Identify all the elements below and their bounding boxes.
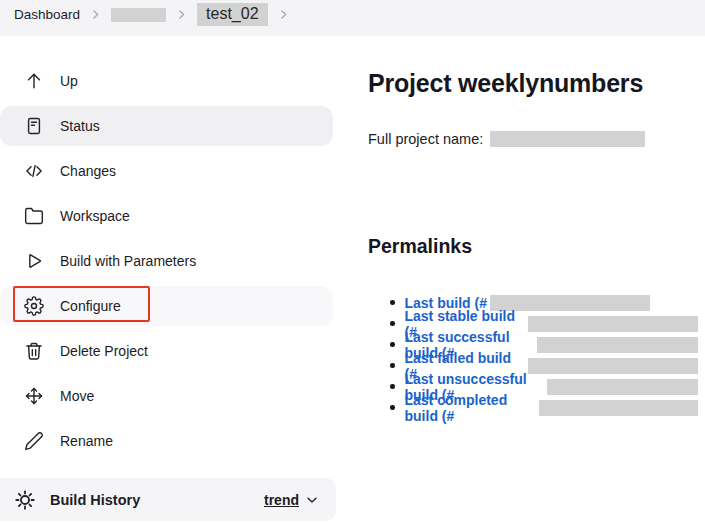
sidebar-item-workspace[interactable]: Workspace bbox=[0, 196, 333, 236]
folder-icon bbox=[24, 206, 44, 226]
sidebar-item-delete-project[interactable]: Delete Project bbox=[0, 331, 333, 371]
permalinks-heading: Permalinks bbox=[368, 235, 698, 258]
trash-icon bbox=[24, 341, 44, 361]
gear-icon bbox=[24, 296, 44, 316]
sidebar-item-label: Changes bbox=[60, 163, 116, 179]
sidebar-item-up[interactable]: Up bbox=[0, 61, 333, 101]
chevron-right-icon bbox=[277, 8, 290, 21]
sidebar-item-move[interactable]: Move bbox=[0, 376, 333, 416]
play-icon bbox=[24, 251, 44, 271]
main-content: Project weeklynumbers Full project name:… bbox=[368, 68, 698, 418]
build-history-icon bbox=[14, 489, 36, 511]
move-icon bbox=[24, 386, 44, 406]
build-history-bar: Build History trend bbox=[0, 478, 336, 521]
sidebar-item-label: Up bbox=[60, 73, 78, 89]
breadcrumb-item-dashboard[interactable]: Dashboard bbox=[14, 7, 80, 22]
permalink-last-completed-build[interactable]: Last completed build (# bbox=[405, 392, 699, 424]
trend-dropdown[interactable]: trend bbox=[264, 492, 320, 508]
sidebar-item-label: Configure bbox=[60, 298, 121, 314]
jenkins-project-page: Dashboard test_02 Up Status Changes Work… bbox=[0, 0, 705, 523]
sidebar-item-changes[interactable]: Changes bbox=[0, 151, 333, 191]
full-project-name-label: Full project name: bbox=[368, 131, 483, 147]
page-title: Project weeklynumbers bbox=[368, 68, 698, 98]
redacted-breadcrumb-item[interactable] bbox=[111, 8, 166, 22]
document-icon bbox=[24, 116, 44, 136]
breadcrumb-item-current-job[interactable]: test_02 bbox=[197, 3, 267, 26]
pencil-icon bbox=[24, 431, 44, 451]
list-item: Last completed build (# bbox=[390, 397, 698, 418]
sidebar: Up Status Changes Workspace Build with P… bbox=[0, 61, 333, 466]
sidebar-item-label: Build with Parameters bbox=[60, 253, 196, 269]
code-slash-icon bbox=[24, 161, 44, 181]
trend-dropdown-label: trend bbox=[264, 492, 299, 508]
sidebar-item-build-with-parameters[interactable]: Build with Parameters bbox=[0, 241, 333, 281]
sidebar-item-status[interactable]: Status bbox=[0, 106, 333, 146]
sidebar-item-rename[interactable]: Rename bbox=[0, 421, 333, 461]
sidebar-item-label: Status bbox=[60, 118, 100, 134]
arrow-up-icon bbox=[24, 71, 44, 91]
redacted-full-project-name bbox=[490, 131, 645, 147]
redacted-build-info bbox=[539, 400, 698, 416]
chevron-right-icon bbox=[89, 8, 102, 21]
build-history-link[interactable]: Build History bbox=[50, 492, 140, 508]
permalinks-list: Last build (# Last stable build (# Last … bbox=[390, 292, 698, 418]
sidebar-item-label: Rename bbox=[60, 433, 113, 449]
full-project-name-row: Full project name: bbox=[368, 129, 698, 149]
sidebar-item-label: Delete Project bbox=[60, 343, 148, 359]
breadcrumb: Dashboard test_02 bbox=[0, 0, 705, 36]
chevron-right-icon bbox=[175, 8, 188, 21]
sidebar-item-label: Move bbox=[60, 388, 94, 404]
sidebar-item-label: Workspace bbox=[60, 208, 130, 224]
sidebar-item-configure[interactable]: Configure bbox=[0, 286, 333, 326]
chevron-down-icon bbox=[304, 492, 320, 508]
